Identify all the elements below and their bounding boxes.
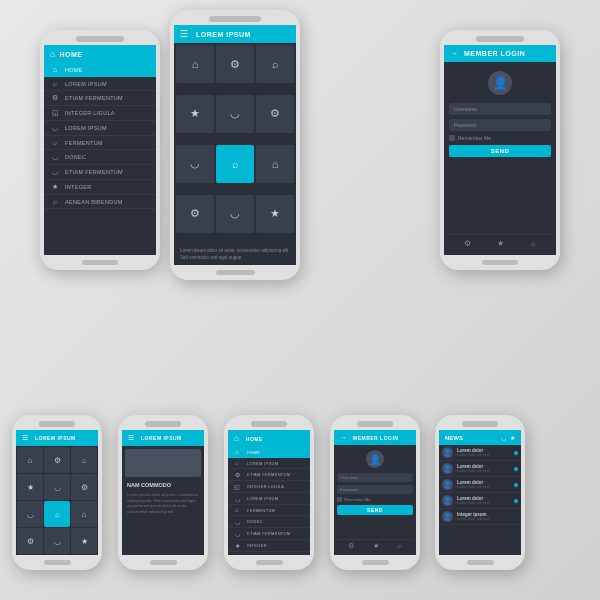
nav-label-9: AENEAN BIBENDUM — [65, 199, 123, 205]
screen-ps4: → MEMBER LOGIN 👤 Username Password Remem… — [334, 430, 416, 555]
news-item-0[interactable]: 👤 Lorem dolor Lorem dolor sub text — [439, 445, 521, 461]
bottom-star-icon[interactable]: ★ — [497, 239, 504, 248]
news-dot-2 — [514, 483, 518, 487]
nav-item-9[interactable]: ⌕ AENEAN BIBENDUM — [44, 195, 156, 209]
nav-item-1[interactable]: ⌕ LOREM IPSUM — [44, 77, 156, 91]
ps4-bottom-star[interactable]: ★ — [373, 542, 379, 550]
header-ps5: NEWS ◡ ★ — [439, 430, 521, 445]
remember-checkbox[interactable] — [449, 135, 455, 141]
phone-bottom-ps2 — [150, 560, 177, 565]
bottom-gear-icon[interactable]: ⚙ — [464, 239, 471, 248]
grid-cell-3[interactable]: ★ — [176, 95, 214, 133]
ps1-gc-7[interactable]: ⌕ — [44, 501, 70, 527]
ps1-gc-5[interactable]: ⚙ — [71, 474, 97, 500]
header-right: → MEMBER LOGIN — [444, 45, 556, 62]
nav-item-7[interactable]: ◡ ETIAM FERMENTUM — [44, 165, 156, 180]
ps3-ni-6: ◡ — [232, 518, 242, 525]
grid-cell-0[interactable]: ⌂ — [176, 45, 214, 83]
ps3-nl-3: INTEGER LIGULA — [247, 484, 284, 489]
bottom-search-icon[interactable]: ⌕ — [531, 239, 536, 248]
news-dot-3 — [514, 499, 518, 503]
news-star-icon[interactable]: ★ — [510, 434, 515, 441]
password-field-ps4[interactable]: Password — [337, 485, 413, 494]
nav-item-5[interactable]: ⌕ FERMENTUM — [44, 136, 156, 150]
ps1-gc-2[interactable]: ⌕ — [71, 447, 97, 473]
icon-grid-ps1: ⌂ ⚙ ⌕ ★ ◡ ⚙ ◡ ⌕ ⌂ ⚙ ◡ ★ — [16, 446, 98, 555]
nav-item-6[interactable]: ◡ DONEC — [44, 150, 156, 165]
icon-grid-center: ⌂ ⚙ ⌕ ★ ◡ ⚙ ◡ ⌕ ⌂ ⚙ ◡ ★ — [174, 43, 296, 244]
ps3-nav-8[interactable]: ★ INTEGER — [228, 540, 310, 552]
send-button-ps4[interactable]: SEND — [337, 505, 413, 515]
news-title-ps5: NEWS — [445, 435, 463, 441]
header-left: ⌂ HOME — [44, 45, 156, 63]
ps3-nav-2[interactable]: ⚙ ETIAM FERMENTUM — [228, 469, 310, 481]
news-item-4[interactable]: 👤 Integer ipsum Lorem dolor sub text — [439, 509, 521, 525]
remember-label: Remember Me — [458, 135, 491, 141]
ps3-nav-0[interactable]: ⌂ HOME — [228, 447, 310, 458]
header-ps2: ☰ LOREM IPSUM — [122, 430, 204, 446]
news-text-3: Lorem dolor Lorem dolor sub text — [457, 496, 510, 505]
news-item-1[interactable]: 👤 Lorem dolor Lorem dolor sub text — [439, 461, 521, 477]
nav-item-8[interactable]: ★ INTEGER — [44, 180, 156, 195]
header-ps3: ⌂ HOME — [228, 430, 310, 447]
ps3-nav-9[interactable]: ⌕ AENEAN BIBENDUM — [228, 552, 310, 555]
username-field-ps4[interactable]: Username — [337, 473, 413, 482]
ps1-gc-0[interactable]: ⌂ — [17, 447, 43, 473]
send-button[interactable]: SEND — [449, 145, 551, 157]
phone-notch-right — [476, 36, 524, 42]
news-avatar-2: 👤 — [442, 479, 453, 490]
ps3-ni-7: ◡ — [232, 530, 242, 537]
grid-cell-4[interactable]: ◡ — [216, 95, 254, 133]
ps3-nav-3[interactable]: ◱ INTEGER LIGULA — [228, 481, 310, 493]
grid-cell-2[interactable]: ⌕ — [256, 45, 294, 83]
ps1-gc-10[interactable]: ◡ — [44, 528, 70, 554]
grid-cell-6[interactable]: ◡ — [176, 145, 214, 183]
screen-ps5: NEWS ◡ ★ 👤 Lorem dolor Lorem dolor sub t… — [439, 430, 521, 555]
news-item-2[interactable]: 👤 Lorem dolor Lorem dolor sub text — [439, 477, 521, 493]
phone-right: → MEMBER LOGIN 👤 Username Password Remem… — [440, 30, 560, 270]
ps4-bottom-gear[interactable]: ⚙ — [348, 542, 354, 550]
ps1-gc-9[interactable]: ⚙ — [17, 528, 43, 554]
ps1-gc-3[interactable]: ★ — [17, 474, 43, 500]
grid-cell-8[interactable]: ⌂ — [256, 145, 294, 183]
ps1-gc-4[interactable]: ◡ — [44, 474, 70, 500]
nav-item-4[interactable]: ◡ LOREM IPSUM — [44, 121, 156, 136]
header-title-ps1: LOREM IPSUM — [35, 435, 76, 441]
phone-bottom-ps4 — [362, 560, 389, 565]
ps1-gc-1[interactable]: ⚙ — [44, 447, 70, 473]
phone-notch-ps1 — [39, 421, 75, 427]
ps4-bottom-search[interactable]: ⌕ — [398, 542, 402, 550]
grid-cell-5[interactable]: ⚙ — [256, 95, 294, 133]
news-item-3[interactable]: 👤 Lorem dolor Lorem dolor sub text — [439, 493, 521, 509]
grid-cell-11[interactable]: ★ — [256, 195, 294, 233]
ps3-nl-6: DONEC — [247, 519, 263, 524]
ps3-nav-7[interactable]: ◡ ETIAM FERMENTUM — [228, 528, 310, 540]
grid-cell-1[interactable]: ⚙ — [216, 45, 254, 83]
news-text-2: Lorem dolor Lorem dolor sub text — [457, 480, 510, 489]
ps3-nav-5[interactable]: ⌕ FERMENTUM — [228, 505, 310, 516]
ps1-gc-11[interactable]: ★ — [71, 528, 97, 554]
nav-menu-ps3: ⌂ HOME ⌕ LOREM IPSUM ⚙ ETIAM FERMENTUM ◱… — [228, 447, 310, 555]
screen-left: ⌂ HOME ⌂ HOME ⌕ LOREM IPSUM ⚙ ETIAM FERM… — [44, 45, 156, 255]
news-cup-icon[interactable]: ◡ — [501, 434, 506, 441]
username-field[interactable]: Username — [449, 103, 551, 115]
nav-label-8: INTEGER — [65, 184, 92, 190]
grid-cell-10[interactable]: ◡ — [216, 195, 254, 233]
nav-item-home[interactable]: ⌂ HOME — [44, 63, 156, 77]
nav-item-3[interactable]: ◱ INTEGER LIGULA — [44, 106, 156, 121]
nav-menu-left: ⌂ HOME ⌕ LOREM IPSUM ⚙ ETIAM FERMENTUM ◱… — [44, 63, 156, 255]
ps3-nav-6[interactable]: ◡ DONEC — [228, 516, 310, 528]
remember-checkbox-ps4[interactable] — [337, 497, 342, 502]
ps1-gc-6[interactable]: ◡ — [17, 501, 43, 527]
ps3-nav-1[interactable]: ⌕ LOREM IPSUM — [228, 458, 310, 469]
phone-small-3: ⌂ HOME ⌂ HOME ⌕ LOREM IPSUM ⚙ ETIAM FERM… — [224, 415, 314, 570]
ps3-nav-4[interactable]: ◡ LOREM IPSUM — [228, 493, 310, 505]
grid-cell-9[interactable]: ⚙ — [176, 195, 214, 233]
nav-label-2: ETIAM FERMENTUM — [65, 95, 123, 101]
nav-item-2[interactable]: ⚙ ETIAM FERMENTUM — [44, 91, 156, 106]
password-field[interactable]: Password — [449, 119, 551, 131]
ps1-gc-8[interactable]: ⌂ — [71, 501, 97, 527]
ps3-ni-5: ⌕ — [232, 507, 242, 513]
grid-cell-7[interactable]: ⌕ — [216, 145, 254, 183]
ps3-nl-5: FERMENTUM — [247, 508, 275, 513]
